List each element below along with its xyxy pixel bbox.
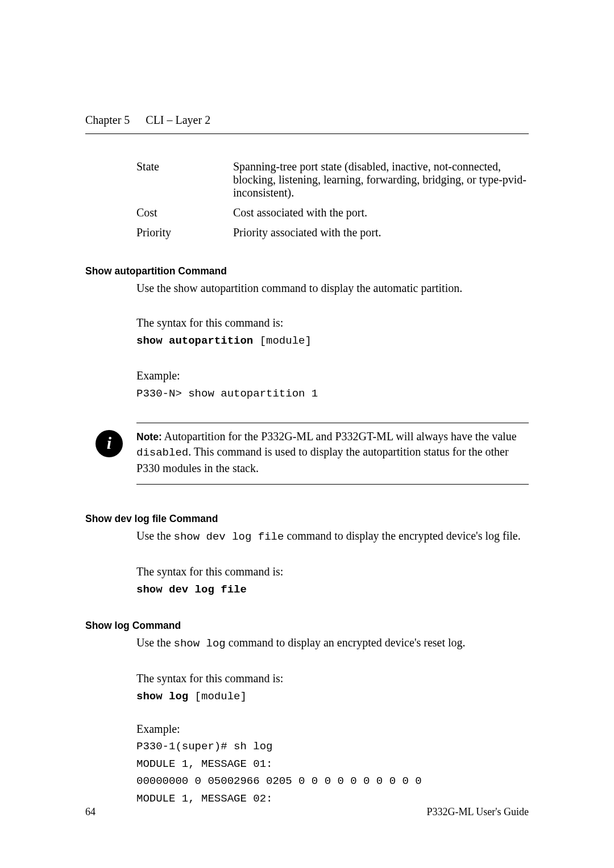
showlog-example-label: Example: (136, 720, 529, 738)
note-text-part2: . This command is used to display the au… (136, 445, 509, 474)
info-icon-cell: i (85, 429, 136, 457)
showlog-example-line: MODULE 1, MESSAGE 01: (136, 756, 529, 773)
showlog-syntax-label: The syntax for this command is: (136, 671, 529, 686)
autopartition-example-label: Example: (136, 368, 529, 383)
header-chapter: Chapter 5 (85, 114, 130, 127)
note-rule-top (136, 423, 529, 423)
showlog-example-line: MODULE 1, MESSAGE 02: (136, 790, 529, 807)
showlog-example-line: P330-1(super)# sh log (136, 738, 529, 755)
definition-term: Cost (136, 203, 233, 223)
info-icon: i (96, 430, 123, 457)
showlog-syntax: show log [module] (136, 690, 529, 704)
devlog-intro-suffix: command to display the encrypted device'… (284, 529, 520, 542)
section-heading-showlog: Show log Command (85, 620, 529, 632)
page-footer: 64 P332G-ML User's Guide (85, 806, 529, 818)
devlog-syntax: show dev log file (136, 583, 529, 598)
syntax-command: show log (136, 690, 188, 703)
definition-term: Priority (136, 223, 233, 243)
syntax-command: show autopartition (136, 335, 253, 347)
page-header: Chapter 5 CLI – Layer 2 (85, 114, 529, 134)
page-number: 64 (85, 806, 96, 818)
table-row: Priority Priority associated with the po… (136, 223, 529, 243)
syntax-arg: [module] (253, 335, 312, 347)
definition-term: State (136, 157, 233, 203)
definition-desc: Priority associated with the port. (233, 223, 529, 243)
definition-desc: Spanning-tree port state (disabled, inac… (233, 157, 529, 203)
section-heading-devlog: Show dev log file Command (85, 513, 529, 525)
section-heading-autopartition: Show autopartition Command (85, 265, 529, 277)
devlog-intro-code: show dev log file (174, 531, 284, 543)
syntax-arg: [module] (188, 690, 247, 703)
showlog-intro-code: show log (174, 637, 226, 650)
showlog-example: Example: P330-1(super)# sh log MODULE 1,… (136, 720, 529, 807)
autopartition-intro: Use the show autopartition command to di… (136, 281, 529, 296)
showlog-intro-prefix: Use the (136, 636, 174, 649)
showlog-example-line: 00000000 0 05002966 0205 0 0 0 0 0 0 0 0… (136, 773, 529, 790)
autopartition-example-line: P330-N> show autopartition 1 (136, 387, 529, 402)
note-block: i Note: Autopartition for the P332G-ML a… (136, 423, 529, 485)
note-text-part1: Autopartition for the P332G-ML and P332G… (162, 430, 517, 443)
showlog-intro: Use the show log command to display an e… (136, 635, 529, 652)
definitions-block: State Spanning-tree port state (disabled… (136, 157, 529, 243)
header-section: CLI – Layer 2 (146, 114, 210, 127)
devlog-syntax-label: The syntax for this command is: (136, 564, 529, 579)
autopartition-syntax-label: The syntax for this command is: (136, 315, 529, 331)
note-label: Note: (136, 431, 162, 443)
definition-desc: Cost associated with the port. (233, 203, 529, 223)
devlog-intro: Use the show dev log file command to dis… (136, 528, 529, 545)
table-row: State Spanning-tree port state (disabled… (136, 157, 529, 203)
table-row: Cost Cost associated with the port. (136, 203, 529, 223)
showlog-intro-suffix: command to display an encrypted device's… (226, 636, 466, 649)
page: Chapter 5 CLI – Layer 2 State Spanning-t… (0, 0, 614, 868)
note-text: Note: Autopartition for the P332G-ML and… (136, 429, 529, 476)
autopartition-syntax: show autopartition [module] (136, 334, 529, 349)
definitions-table: State Spanning-tree port state (disabled… (136, 157, 529, 243)
note-rule-bottom (136, 484, 529, 485)
note-code: disabled (136, 446, 188, 459)
devlog-intro-prefix: Use the (136, 529, 174, 542)
doc-title: P332G-ML User's Guide (426, 806, 529, 818)
